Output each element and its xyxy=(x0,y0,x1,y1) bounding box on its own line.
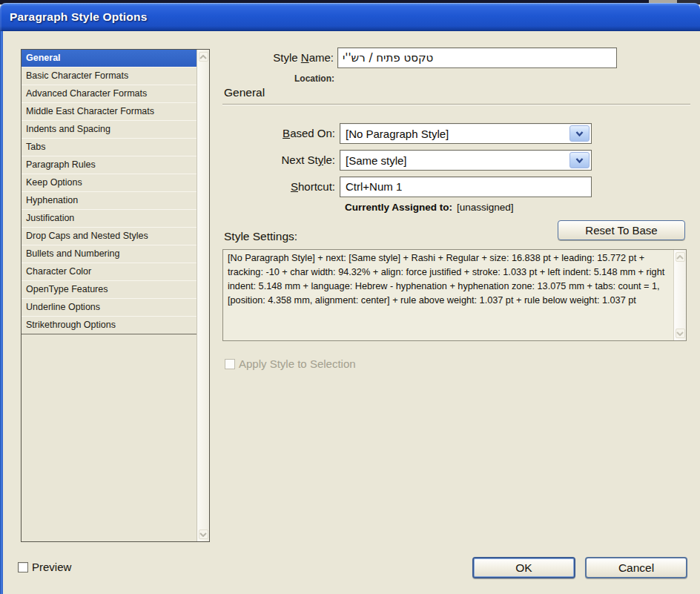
category-list: GeneralBasic Character FormatsAdvanced C… xyxy=(21,49,210,542)
style-settings-text: [No Paragraph Style] + next: [Same style… xyxy=(223,250,673,340)
based-on-label: Based On: xyxy=(222,123,335,144)
sidebar-item-tabs[interactable]: Tabs xyxy=(22,139,197,156)
settings-scroll-down-icon[interactable] xyxy=(676,329,685,338)
sidebar-list: GeneralBasic Character FormatsAdvanced C… xyxy=(22,50,197,541)
paragraph-style-options-dialog: Paragraph Style Options GeneralBasic Cha… xyxy=(0,0,700,594)
currently-assigned-line: Currently Assigned to:[unassigned] xyxy=(345,202,514,213)
shortcut-input[interactable]: Ctrl+Num 1 xyxy=(340,176,592,197)
sidebar-item-indents-and-spacing[interactable]: Indents and Spacing xyxy=(22,121,197,139)
style-name-label: Style Name: xyxy=(222,47,334,68)
sidebar-item-advanced-character-formats[interactable]: Advanced Character Formats xyxy=(22,85,197,103)
preview-checkbox[interactable] xyxy=(18,562,28,572)
reset-to-base-button[interactable]: Reset To Base xyxy=(558,220,685,240)
shortcut-label: Shortcut: xyxy=(222,176,335,197)
sidebar-item-strikethrough-options[interactable]: Strikethrough Options xyxy=(22,317,197,334)
currently-assigned-label: Currently Assigned to: xyxy=(345,202,452,213)
ok-button[interactable]: OK xyxy=(472,557,575,578)
sidebar-item-hyphenation[interactable]: Hyphenation xyxy=(22,192,197,210)
sidebar-scrollbar[interactable] xyxy=(197,50,209,541)
sidebar-item-keep-options[interactable]: Keep Options xyxy=(22,174,197,192)
style-settings-label: Style Settings: xyxy=(224,230,297,243)
dialog-titlebar[interactable]: Paragraph Style Options xyxy=(0,3,700,31)
based-on-dropdown[interactable]: [No Paragraph Style] xyxy=(340,123,592,144)
location-label: Location: xyxy=(294,73,334,84)
sidebar-item-opentype-features[interactable]: OpenType Features xyxy=(22,281,197,299)
style-settings-scrollbar[interactable] xyxy=(673,250,686,340)
next-style-chevron-down-icon[interactable] xyxy=(569,152,590,168)
currently-assigned-value: [unassigned] xyxy=(457,202,514,213)
based-on-value: [No Paragraph Style] xyxy=(340,128,569,140)
sidebar-item-middle-east-character-formats[interactable]: Middle East Character Formats xyxy=(22,103,197,121)
sidebar-item-drop-caps-and-nested-styles[interactable]: Drop Caps and Nested Styles xyxy=(22,228,197,245)
dialog-left-border xyxy=(0,31,3,594)
scroll-up-icon[interactable] xyxy=(199,52,208,62)
section-divider xyxy=(222,104,690,105)
section-title: General xyxy=(224,86,265,99)
sidebar-item-general[interactable]: General xyxy=(22,50,197,67)
next-style-dropdown[interactable]: [Same style] xyxy=(340,150,592,171)
sidebar-item-underline-options[interactable]: Underline Options xyxy=(22,299,197,317)
preview-label: Preview xyxy=(32,561,71,573)
dialog-title: Paragraph Style Options xyxy=(0,10,147,24)
style-settings-box: [No Paragraph Style] + next: [Same style… xyxy=(222,249,687,341)
based-on-chevron-down-icon[interactable] xyxy=(569,125,590,142)
preview-option[interactable]: Preview xyxy=(18,561,71,573)
apply-style-to-selection: Apply Style to Selection xyxy=(225,357,356,370)
sidebar-item-paragraph-rules[interactable]: Paragraph Rules xyxy=(22,156,197,174)
apply-style-label: Apply Style to Selection xyxy=(239,357,356,370)
scroll-down-icon[interactable] xyxy=(199,529,208,539)
next-style-value: [Same style] xyxy=(340,154,569,167)
settings-scroll-up-icon[interactable] xyxy=(676,252,685,262)
style-name-input[interactable]: טקסט פתיח / רש''י xyxy=(337,47,617,68)
apply-style-checkbox xyxy=(225,359,235,369)
sidebar-item-character-color[interactable]: Character Color xyxy=(22,263,197,281)
cancel-button[interactable]: Cancel xyxy=(585,557,687,578)
sidebar-item-bullets-and-numbering[interactable]: Bullets and Numbering xyxy=(22,245,197,263)
sidebar-item-basic-character-formats[interactable]: Basic Character Formats xyxy=(22,67,197,85)
next-style-label: Next Style: xyxy=(222,150,335,171)
sidebar-item-justification[interactable]: Justification xyxy=(22,210,197,228)
